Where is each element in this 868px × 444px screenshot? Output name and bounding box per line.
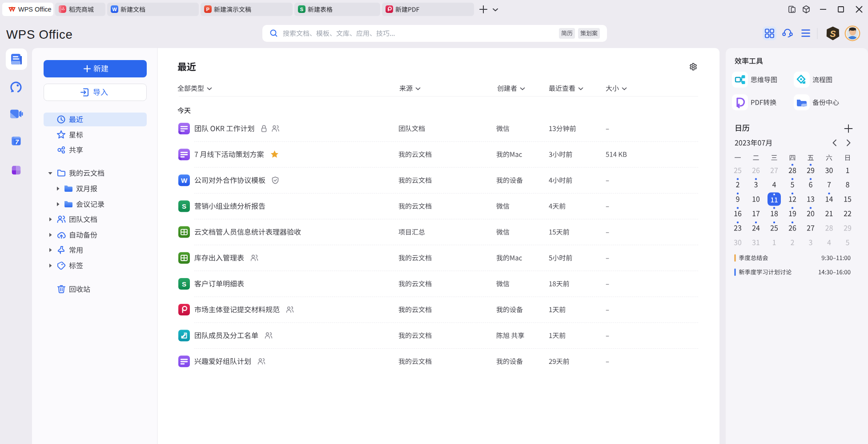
svg-text:WPS Office: WPS Office (6, 28, 73, 41)
svg-text:W: W (112, 7, 117, 12)
svg-text:S: S (182, 202, 186, 210)
svg-text:WPS Office: WPS Office (18, 6, 52, 13)
svg-text:S: S (830, 29, 836, 39)
svg-text:S: S (300, 7, 303, 12)
svg-text:W: W (181, 177, 188, 184)
svg-text:P: P (206, 7, 209, 12)
svg-text:7: 7 (15, 138, 19, 145)
svg-text:S: S (182, 280, 186, 288)
